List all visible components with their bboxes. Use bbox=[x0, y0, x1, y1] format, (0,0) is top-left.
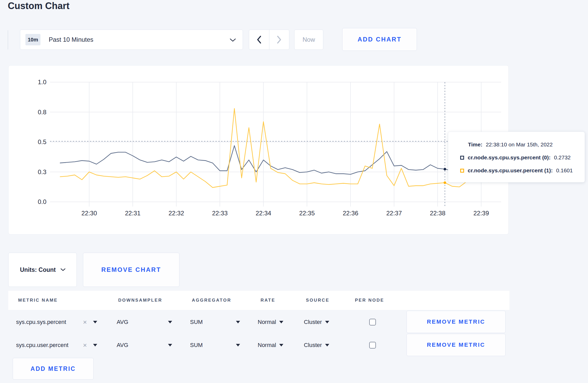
clear-metric-icon[interactable]: × bbox=[83, 334, 87, 357]
clear-metric-icon[interactable]: × bbox=[83, 311, 87, 334]
add-chart-button[interactable]: ADD CHART bbox=[342, 28, 417, 51]
chart-tooltip: Time: 22:38:10 on Mar 15th, 2022 cr.node… bbox=[448, 132, 585, 182]
time-range-label: Past 10 Minutes bbox=[49, 36, 93, 43]
per-node-checkbox[interactable] bbox=[369, 342, 376, 349]
source-select[interactable]: Cluster bbox=[304, 334, 329, 357]
prev-interval-button[interactable] bbox=[249, 30, 269, 49]
tooltip-series-value: 0.2732 bbox=[554, 154, 571, 161]
downsampler-caret[interactable] bbox=[168, 311, 172, 334]
svg-text:22:38: 22:38 bbox=[430, 210, 445, 217]
svg-text:22:33: 22:33 bbox=[212, 210, 228, 217]
tooltip-time-label: Time: bbox=[468, 141, 482, 148]
svg-text:22:30: 22:30 bbox=[81, 210, 97, 217]
add-metric-button[interactable]: ADD METRIC bbox=[13, 358, 94, 380]
svg-text:22:39: 22:39 bbox=[473, 210, 489, 217]
series-sys-swatch-icon bbox=[460, 156, 464, 160]
chart-card: 0.00.30.50.81.022:3022:3122:3222:3322:34… bbox=[8, 65, 509, 235]
metric-row: sys.cpu.user.percent × AVG SUM Normal Cl… bbox=[8, 334, 509, 357]
tooltip-time-row: Time: 22:38:10 on Mar 15th, 2022 bbox=[460, 138, 585, 151]
aggregator-select[interactable]: SUM bbox=[190, 311, 203, 334]
now-button[interactable]: Now bbox=[294, 30, 323, 50]
chevron-down-icon bbox=[60, 268, 66, 271]
units-label: Units: Count bbox=[20, 266, 56, 273]
source-select[interactable]: Cluster bbox=[304, 311, 329, 334]
svg-text:0.3: 0.3 bbox=[38, 168, 46, 175]
downsampler-select[interactable]: AVG bbox=[117, 311, 128, 334]
series-user-swatch-icon bbox=[460, 169, 464, 173]
line-chart-plot[interactable]: 0.00.30.50.81.022:3022:3122:3222:3322:34… bbox=[9, 66, 508, 234]
svg-text:22:31: 22:31 bbox=[125, 210, 141, 217]
metric-name-select[interactable]: sys.cpu.sys.percent bbox=[16, 311, 66, 334]
units-dropdown[interactable]: Units: Count bbox=[8, 253, 77, 287]
tooltip-series-row: cr.node.sys.cpu.user.percent (1): 0.1601 bbox=[460, 164, 585, 177]
per-node-checkbox[interactable] bbox=[369, 319, 376, 325]
metric-name-select[interactable]: sys.cpu.user.percent bbox=[16, 334, 68, 357]
rate-select[interactable]: Normal bbox=[258, 334, 283, 357]
aggregator-caret[interactable] bbox=[236, 311, 240, 334]
aggregator-caret[interactable] bbox=[236, 334, 240, 357]
downsampler-caret[interactable] bbox=[168, 334, 172, 357]
svg-text:0.0: 0.0 bbox=[38, 198, 46, 205]
column-header-per-node: PER NODE bbox=[355, 291, 384, 310]
toolbar-divider bbox=[8, 30, 8, 49]
tooltip-series-name: cr.node.sys.cpu.sys.percent (0): bbox=[468, 154, 551, 161]
svg-text:0.8: 0.8 bbox=[38, 109, 46, 116]
tooltip-series-row: cr.node.sys.cpu.sys.percent (0): 0.2732 bbox=[460, 151, 585, 164]
aggregator-select[interactable]: SUM bbox=[190, 334, 203, 357]
svg-text:22:35: 22:35 bbox=[299, 210, 315, 217]
time-range-badge: 10m bbox=[25, 34, 40, 45]
column-header-aggregator: AGGREGATOR bbox=[192, 291, 231, 310]
remove-chart-button[interactable]: REMOVE CHART bbox=[83, 253, 179, 287]
svg-text:0.5: 0.5 bbox=[38, 138, 46, 145]
chevron-right-icon bbox=[277, 36, 282, 44]
remove-metric-button[interactable]: REMOVE METRIC bbox=[407, 334, 506, 356]
metric-name-caret[interactable] bbox=[93, 311, 97, 334]
column-header-metric-name: METRIC NAME bbox=[18, 291, 58, 310]
tooltip-series-value: 0.1601 bbox=[556, 167, 573, 174]
remove-metric-button[interactable]: REMOVE METRIC bbox=[407, 311, 506, 333]
tooltip-time-value: 22:38:10 on Mar 15th, 2022 bbox=[486, 141, 553, 148]
svg-text:22:36: 22:36 bbox=[343, 210, 358, 217]
tooltip-series-name: cr.node.sys.cpu.user.percent (1): bbox=[468, 167, 553, 174]
chevron-down-icon bbox=[230, 38, 236, 42]
metric-row: sys.cpu.sys.percent × AVG SUM Normal Clu… bbox=[8, 311, 509, 334]
svg-text:22:32: 22:32 bbox=[169, 210, 184, 217]
column-header-rate: RATE bbox=[261, 291, 275, 310]
page-title: Custom Chart bbox=[8, 1, 69, 11]
column-header-source: SOURCE bbox=[306, 291, 330, 310]
rate-select[interactable]: Normal bbox=[258, 311, 283, 334]
chevron-left-icon bbox=[257, 36, 261, 44]
metrics-table-header: METRIC NAME DOWNSAMPLER AGGREGATOR RATE … bbox=[8, 291, 509, 310]
column-header-downsampler: DOWNSAMPLER bbox=[118, 291, 162, 310]
next-interval-button[interactable] bbox=[269, 30, 289, 49]
time-range-dropdown[interactable]: 10m Past 10 Minutes bbox=[20, 30, 243, 50]
svg-text:22:34: 22:34 bbox=[256, 210, 271, 217]
downsampler-select[interactable]: AVG bbox=[117, 334, 128, 357]
svg-text:22:37: 22:37 bbox=[386, 210, 402, 217]
svg-text:1.0: 1.0 bbox=[38, 79, 46, 86]
metric-name-caret[interactable] bbox=[93, 334, 97, 357]
time-nav-group bbox=[249, 30, 289, 50]
